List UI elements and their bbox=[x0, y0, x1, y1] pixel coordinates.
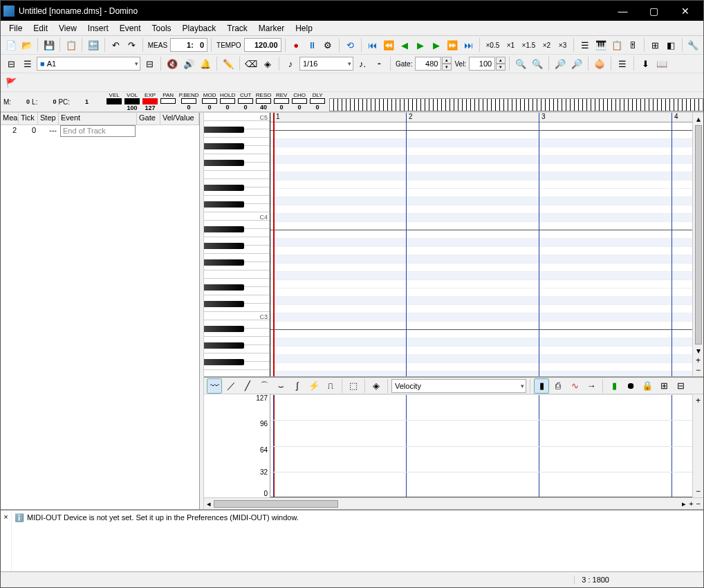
speed-1-5x[interactable]: ×1.5 bbox=[519, 37, 538, 53]
param-CUT[interactable]: CUT0 bbox=[237, 92, 254, 111]
track-select[interactable]: ■A1 bbox=[37, 57, 140, 71]
message-close-icon[interactable]: × bbox=[1, 511, 12, 571]
track-prev-icon[interactable]: ⊟ bbox=[3, 56, 19, 71]
param-CHO[interactable]: CHO0 bbox=[290, 92, 308, 111]
speed-1x[interactable]: ×1 bbox=[503, 37, 518, 53]
piano-keyboard[interactable]: C5C4C3 bbox=[204, 113, 270, 376]
export-icon[interactable]: ⬇ bbox=[638, 56, 653, 71]
menu-tools[interactable]: Tools bbox=[147, 21, 177, 35]
undo-note-icon[interactable]: 🔙 bbox=[86, 37, 100, 53]
random-tool-icon[interactable]: ⚡ bbox=[306, 378, 322, 394]
cc-arrow-icon[interactable]: → bbox=[584, 378, 599, 394]
hscroll[interactable]: ◂ ▸ + − bbox=[204, 497, 703, 509]
undo-icon[interactable]: ↶ bbox=[109, 37, 123, 53]
speed-2x[interactable]: ×2 bbox=[539, 37, 554, 53]
menu-event[interactable]: Event bbox=[114, 21, 147, 35]
hzoom-in-icon[interactable]: + bbox=[689, 499, 693, 508]
eraser-icon[interactable]: ⌫ bbox=[243, 56, 259, 71]
erase-cc-icon[interactable]: ◈ bbox=[369, 378, 384, 394]
save-icon[interactable]: 💾 bbox=[41, 37, 56, 53]
pianoroll-grid[interactable]: 1234 bbox=[270, 113, 692, 376]
clipboard-icon[interactable]: 📋 bbox=[64, 37, 78, 53]
hscroll-thumb[interactable] bbox=[214, 500, 338, 508]
view-mixer-icon[interactable]: 🎚 bbox=[626, 37, 640, 53]
tempo-field[interactable] bbox=[244, 38, 281, 52]
cc-grid1-icon[interactable]: ⊞ bbox=[656, 378, 671, 394]
gate-input[interactable] bbox=[415, 57, 441, 71]
param-MOD[interactable]: MOD0 bbox=[201, 92, 219, 111]
step-tool-icon[interactable]: ⎍ bbox=[323, 378, 338, 394]
menu-file[interactable]: File bbox=[3, 21, 28, 35]
zoom-sel-icon[interactable]: 🔎 bbox=[553, 56, 568, 71]
mini-piano[interactable] bbox=[329, 98, 703, 111]
vel-input[interactable] bbox=[469, 57, 495, 71]
cc-curve-select[interactable]: Velocity bbox=[391, 379, 526, 393]
menu-track[interactable]: Track bbox=[221, 21, 253, 35]
open-file-icon[interactable]: 📂 bbox=[19, 37, 34, 53]
dash-tool-icon[interactable]: ╱ bbox=[240, 378, 255, 394]
cc-vscroll[interactable]: +− bbox=[692, 394, 703, 497]
param-VOL[interactable]: VOL100 bbox=[123, 92, 141, 111]
vel-spinner[interactable]: ▴▾ bbox=[496, 57, 506, 71]
param-RESO[interactable]: RESO40 bbox=[254, 92, 272, 111]
curve3-tool-icon[interactable]: ∫ bbox=[290, 378, 305, 394]
triplet-icon[interactable]: ⁃ bbox=[371, 56, 387, 71]
loop-icon[interactable]: ⟲ bbox=[343, 37, 358, 53]
pause-icon[interactable]: ⏸ bbox=[305, 37, 319, 53]
cc-wave-icon[interactable]: ∿ bbox=[567, 378, 582, 394]
bars-icon[interactable]: ☰ bbox=[615, 56, 630, 71]
record-icon[interactable]: ● bbox=[289, 37, 304, 53]
cc-green-icon[interactable]: ▮ bbox=[606, 378, 622, 394]
speed-0-5x[interactable]: ×0.5 bbox=[483, 37, 502, 53]
zoom-out-icon[interactable]: 🔍 bbox=[530, 56, 545, 71]
scroll-down-icon[interactable]: ▾ bbox=[696, 346, 701, 356]
cc-stamp-icon[interactable]: ⎙ bbox=[550, 378, 566, 394]
line-tool-icon[interactable]: ／ bbox=[223, 378, 239, 394]
maximize-button[interactable]: ▢ bbox=[638, 1, 669, 21]
preview-icon[interactable]: 🔔 bbox=[198, 56, 213, 71]
param-VEL[interactable]: VEL bbox=[105, 92, 123, 111]
redo-icon[interactable]: ↷ bbox=[124, 37, 139, 53]
cc-grid2-icon[interactable]: ⊟ bbox=[673, 378, 688, 394]
record-options-icon[interactable]: ⚙ bbox=[321, 37, 335, 53]
quantize-select[interactable]: 1/16 bbox=[299, 57, 353, 71]
pencil-icon[interactable]: ✏️ bbox=[221, 56, 236, 71]
cc-lock-icon[interactable]: 🔒 bbox=[640, 378, 655, 394]
to-end-icon[interactable]: ⏭ bbox=[461, 37, 476, 53]
note-icon[interactable]: ♪ bbox=[283, 56, 298, 71]
new-file-icon[interactable]: 📄 bbox=[3, 37, 18, 53]
track-next-icon[interactable]: ⊟ bbox=[142, 56, 157, 71]
ffwd-icon[interactable]: ⏩ bbox=[445, 37, 460, 53]
meas-field[interactable] bbox=[170, 38, 207, 52]
cc-show-icon[interactable]: ▮ bbox=[534, 378, 549, 394]
vzoom-in-icon[interactable]: + bbox=[696, 356, 701, 365]
menu-edit[interactable]: Edit bbox=[28, 21, 53, 35]
param-DLY[interactable]: DLY0 bbox=[308, 92, 326, 111]
param-HOLD[interactable]: HOLD0 bbox=[219, 92, 237, 111]
view-list-icon[interactable]: 📋 bbox=[609, 37, 624, 53]
speed-3x[interactable]: ×3 bbox=[555, 37, 570, 53]
book-icon[interactable]: 📖 bbox=[654, 56, 669, 71]
menu-playback[interactable]: Playback bbox=[177, 21, 222, 35]
curve1-tool-icon[interactable]: ⌒ bbox=[257, 378, 272, 394]
solo-icon[interactable]: 🔊 bbox=[181, 56, 196, 71]
selection-icon[interactable]: ◈ bbox=[260, 56, 275, 71]
hscroll-right-icon[interactable]: ▸ bbox=[682, 499, 686, 508]
param-EXP[interactable]: EXP127 bbox=[141, 92, 159, 111]
vzoom-out-icon[interactable]: − bbox=[696, 365, 701, 375]
dotted-icon[interactable]: ♪. bbox=[355, 56, 370, 71]
track-picker-icon[interactable]: ☰ bbox=[20, 56, 35, 71]
menu-insert[interactable]: Insert bbox=[82, 21, 114, 35]
param-REV[interactable]: REV0 bbox=[272, 92, 290, 111]
rewind-start-icon[interactable]: ⏮ bbox=[365, 37, 380, 53]
gate-spinner[interactable]: ▴▾ bbox=[442, 57, 452, 71]
cc-grid[interactable] bbox=[270, 394, 692, 497]
scroll-thumb[interactable] bbox=[695, 125, 702, 344]
menu-marker[interactable]: Marker bbox=[253, 21, 290, 35]
param-PAN[interactable]: PAN bbox=[159, 92, 177, 111]
vscroll[interactable]: ▴ ▾ + − bbox=[692, 113, 703, 376]
select-tool-icon[interactable]: ⬚ bbox=[346, 378, 361, 394]
wrench-icon[interactable]: 🔧 bbox=[686, 37, 701, 53]
mute-icon[interactable]: 🔇 bbox=[165, 56, 180, 71]
event-row[interactable]: 2 0 --- End of Track bbox=[1, 125, 199, 137]
